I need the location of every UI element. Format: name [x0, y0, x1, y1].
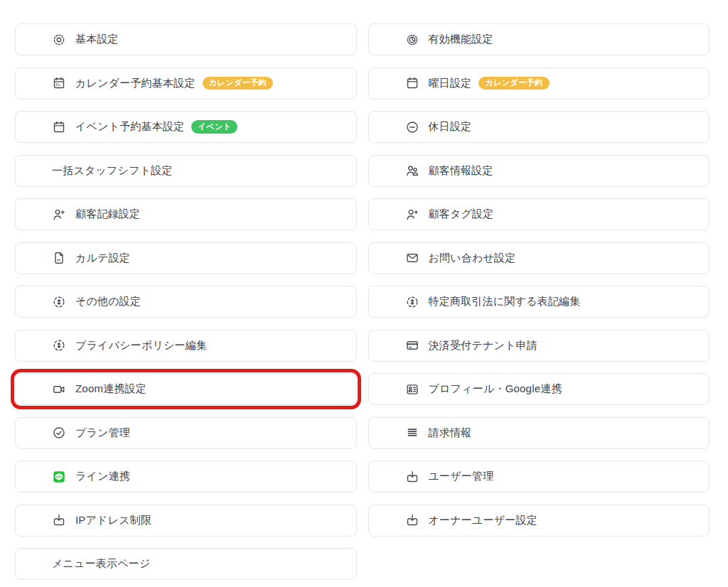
settings-menu-button-left-2[interactable]: イベント予約基本設定イベント [15, 111, 357, 143]
button-label: 顧客情報設定 [429, 164, 493, 178]
person-plus-icon [405, 208, 419, 222]
button-label: Zoom連携設定 [75, 382, 146, 396]
button-label: プラン管理 [75, 426, 130, 440]
settings-menu-button-right-9[interactable]: 請求情報 [368, 417, 710, 449]
gear-wide-icon [405, 33, 419, 47]
settings-menu-button-left-10[interactable]: ライン連携 [15, 461, 357, 492]
settings-menu-button-right-4[interactable]: 顧客タグ設定 [368, 198, 710, 230]
target-dashed-icon [405, 295, 419, 309]
settings-menu-button-right-8[interactable]: プロフィール・Google連携 [368, 373, 710, 405]
button-label: ユーザー管理 [429, 470, 494, 483]
button-label: 請求情報 [429, 426, 472, 440]
button-label: 顧客記録設定 [75, 208, 140, 221]
settings-menu-button-left-11[interactable]: IPアドレス制限 [15, 505, 357, 537]
box-arrow-in-down-icon [405, 513, 419, 527]
box-arrow-in-down-icon [405, 470, 419, 484]
file-text-icon [52, 251, 66, 265]
target-dashed-icon [52, 295, 66, 309]
button-label: 特定商取引法に関する表記編集 [429, 295, 581, 308]
button-label: メニュー表示ページ [52, 557, 151, 571]
settings-menu-button-right-0[interactable]: 有効機能設定 [368, 23, 710, 55]
settings-menu-button-left-5[interactable]: カルテ設定 [15, 242, 357, 274]
settings-menu-button-right-2[interactable]: 休日設定 [368, 111, 710, 143]
button-label: カレンダー予約基本設定 [75, 77, 196, 90]
settings-menu-button-left-6[interactable]: その他の設定 [15, 286, 357, 318]
target-dashed-icon [52, 338, 66, 352]
button-label: 決済受付テナント申請 [429, 339, 537, 352]
calendar-icon [52, 120, 66, 134]
settings-menu-button-right-3[interactable]: 顧客情報設定 [368, 155, 710, 187]
button-label: カルテ設定 [75, 252, 130, 265]
person-plus-icon [52, 208, 66, 222]
button-label: 曜日設定 [429, 77, 472, 90]
calendar-icon [405, 76, 419, 90]
button-label: 休日設定 [429, 120, 472, 134]
settings-menu-button-right-6[interactable]: 特定商取引法に関する表記編集 [368, 286, 710, 318]
settings-menu-button-left-1[interactable]: カレンダー予約基本設定カレンダー予約 [15, 68, 357, 99]
settings-menu-button-left-7[interactable]: プライバシーポリシー編集 [15, 330, 357, 362]
settings-menu-button-right-1[interactable]: 曜日設定カレンダー予約 [368, 68, 710, 99]
envelope-icon [405, 251, 419, 265]
video-camera-icon [52, 382, 66, 397]
button-label: オーナーユーザー設定 [429, 514, 537, 527]
calendar-grid-icon [52, 76, 66, 90]
settings-menu-button-left-12[interactable]: メニュー表示ページ [15, 548, 357, 580]
button-label: 有効機能設定 [429, 33, 493, 46]
settings-menu-button-left-3[interactable]: 一括スタッフシフト設定 [15, 155, 357, 187]
box-arrow-in-down-icon [52, 513, 66, 527]
settings-menu-button-right-7[interactable]: 決済受付テナント申請 [368, 330, 710, 362]
button-label: その他の設定 [75, 295, 141, 308]
button-label: イベント予約基本設定 [75, 120, 184, 134]
button-label: プロフィール・Google連携 [429, 382, 562, 396]
settings-menu-button-right-5[interactable]: お問い合わせ設定 [368, 242, 710, 274]
line-icon [52, 470, 66, 484]
gear-icon [52, 33, 66, 47]
settings-menu-button-left-9[interactable]: プラン管理 [15, 417, 357, 449]
settings-menu-button-left-4[interactable]: 顧客記録設定 [15, 198, 357, 230]
button-label: 基本設定 [75, 33, 119, 46]
settings-menu-button-left-8[interactable]: Zoom連携設定 [15, 373, 357, 405]
settings-menu-button-right-11[interactable]: オーナーユーザー設定 [368, 505, 710, 537]
feature-badge: カレンダー予約 [478, 77, 550, 90]
settings-menu-button-right-10[interactable]: ユーザー管理 [368, 461, 710, 492]
feature-badge: イベント [191, 120, 237, 134]
button-label: お問い合わせ設定 [429, 252, 516, 265]
dash-circle-icon [405, 120, 419, 134]
settings-menu-button-left-0[interactable]: 基本設定 [15, 23, 357, 55]
feature-badge: カレンダー予約 [203, 77, 274, 90]
button-label: プライバシーポリシー編集 [75, 339, 207, 352]
check-circle-icon [52, 426, 66, 440]
credit-card-icon [405, 338, 419, 352]
settings-column-right: 有効機能設定曜日設定カレンダー予約休日設定顧客情報設定顧客タグ設定お問い合わせ設… [368, 23, 710, 580]
button-label: 一括スタッフシフト設定 [52, 164, 173, 178]
button-label: ライン連携 [75, 470, 130, 483]
settings-column-left: 基本設定カレンダー予約基本設定カレンダー予約イベント予約基本設定イベント一括スタ… [15, 23, 357, 580]
button-label: 顧客タグ設定 [429, 208, 494, 221]
person-badge-icon [405, 382, 419, 397]
settings-menu-page: 基本設定カレンダー予約基本設定カレンダー予約イベント予約基本設定イベント一括スタ… [0, 0, 728, 580]
justify-lines-icon [405, 426, 419, 440]
people-icon [405, 163, 419, 178]
button-label: IPアドレス制限 [75, 514, 151, 527]
